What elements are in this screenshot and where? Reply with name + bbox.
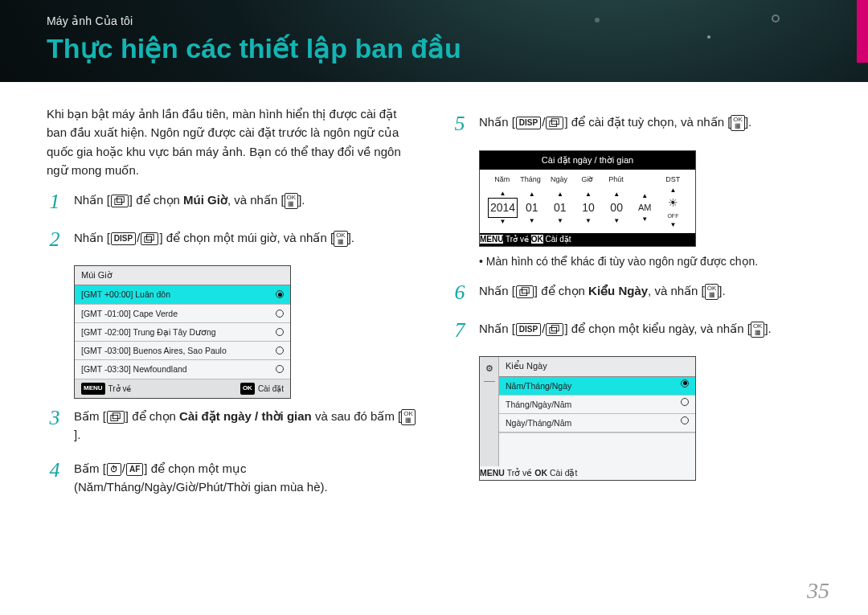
datetime-panel: Cài đặt ngày / thời gian Năm Tháng Ngày … [479, 150, 696, 247]
panel-back[interactable]: MENU Trở về [480, 235, 529, 244]
panel-confirm[interactable]: OK Cài đặt [534, 468, 577, 478]
datetype-row[interactable]: Tháng/Ngày/Năm [499, 396, 695, 414]
radio-selected[interactable] [276, 290, 284, 298]
svg-rect-9 [522, 288, 529, 293]
arrow-up-icon[interactable]: ▲ [500, 191, 506, 197]
radio[interactable] [681, 416, 689, 424]
panel-back[interactable]: MENU Trở về [81, 383, 131, 396]
step-number: 1 [47, 191, 63, 214]
dt-label-dst: DST [659, 174, 687, 186]
dt-label-hour: Giờ [573, 174, 601, 186]
step-6-text: Nhấn [ [479, 284, 515, 297]
step-5-text: ] để cài đặt tuỳ chọn, và nhấn [ [564, 115, 731, 129]
arrow-down-icon[interactable]: ▼ [585, 218, 592, 224]
step-1-text: ] để chọn [129, 193, 183, 207]
ok-key: OK▦ [334, 231, 348, 247]
datetype-sidebar: ⚙ [480, 357, 499, 466]
svg-rect-10 [550, 327, 557, 333]
arrow-down-icon[interactable]: ▼ [500, 219, 506, 225]
dt-minute[interactable]: 00 [608, 199, 624, 218]
step-3-text: Bấm [ [74, 409, 106, 423]
arrow-up-icon[interactable]: ▲ [641, 193, 648, 199]
step-number: 6 [452, 281, 468, 305]
datetype-row[interactable]: Ngày/Tháng/Năm [499, 414, 695, 433]
burst-icon [141, 232, 158, 245]
arrow-down-icon[interactable]: ▼ [669, 222, 676, 228]
datetype-label: Năm/Tháng/Ngày [506, 379, 571, 392]
svg-rect-3 [147, 234, 154, 240]
dt-hour[interactable]: 10 [580, 199, 596, 218]
burst-icon [546, 117, 563, 129]
deco-dot [707, 35, 710, 39]
arrow-up-icon[interactable]: ▲ [669, 187, 676, 194]
right-column: 5 Nhấn [DISP/] để cài đặt tuỳ chọn, và n… [452, 105, 821, 601]
datetype-row[interactable]: Năm/Tháng/Ngày [499, 377, 695, 396]
timezone-label: [GMT -03:00] Buenos Aires, Sao Paulo [81, 344, 227, 357]
ok-key: OK▦ [731, 115, 745, 131]
timezone-panel: Múi Giờ [GMT +00:00] Luân đôn [GMT -01:0… [74, 265, 291, 399]
arrow-down-icon[interactable]: ▼ [557, 218, 563, 224]
step-2: 2 Nhấn [DISP/] để chọn một múi giờ, và n… [47, 228, 416, 252]
radio[interactable] [276, 346, 284, 355]
svg-rect-7 [552, 119, 559, 125]
panel-back[interactable]: MENU Trở về [480, 468, 532, 478]
burst-icon [516, 285, 534, 298]
arrow-up-icon[interactable]: ▲ [585, 191, 592, 198]
radio[interactable] [276, 328, 284, 336]
svg-rect-4 [111, 415, 118, 420]
radio[interactable] [681, 398, 689, 406]
arrow-down-icon[interactable]: ▼ [529, 218, 535, 224]
dt-label-blank [630, 174, 658, 186]
step-2-text: ]. [348, 231, 354, 244]
timezone-row[interactable]: [GMT +00:00] Luân đôn [75, 285, 290, 304]
step-1-text: , và nhấn [ [227, 193, 285, 207]
step-number: 3 [47, 407, 63, 445]
svg-rect-0 [115, 199, 122, 204]
timezone-row[interactable]: [GMT -03:00] Buenos Aires, Sao Paulo [75, 342, 290, 360]
timezone-label: [GMT +00:00] Luân đôn [81, 288, 170, 301]
arrow-up-icon[interactable]: ▲ [613, 191, 620, 198]
radio-selected[interactable] [681, 379, 689, 387]
accent-bar [857, 0, 868, 63]
left-column: Khi bạn bật máy ảnh lần đầu tiên, màn hì… [47, 105, 416, 601]
dt-month[interactable]: 01 [524, 199, 540, 218]
arrow-up-icon[interactable]: ▲ [557, 191, 563, 198]
disp-key: DISP [516, 323, 541, 336]
dt-ampm[interactable]: AM [637, 200, 653, 215]
timezone-row[interactable]: [GMT -02:00] Trung Đại Tây Dương [75, 323, 290, 342]
step-5-text: Nhấn [ [479, 115, 515, 129]
dt-dst: OFF [667, 212, 678, 221]
svg-rect-8 [520, 290, 527, 296]
svg-rect-1 [117, 197, 124, 203]
burst-icon [546, 323, 563, 336]
timezone-row[interactable]: [GMT -01:00] Cape Verde [75, 305, 290, 323]
deco-ring [772, 14, 780, 23]
arrow-up-icon[interactable]: ▲ [529, 191, 535, 198]
timezone-label: [GMT -01:00] Cape Verde [81, 307, 178, 320]
datetype-title: Kiểu Ngày [499, 357, 695, 376]
page-title: Thực hiện các thiết lập ban đầu [47, 32, 868, 64]
panel-confirm[interactable]: OK Cài đặt [531, 235, 571, 244]
radio[interactable] [276, 365, 284, 373]
arrow-down-icon[interactable]: ▼ [613, 218, 620, 224]
sun-icon[interactable]: ☀ [668, 195, 678, 212]
panel-confirm[interactable]: OK Cài đặt [240, 383, 284, 396]
ok-key: OK▦ [751, 322, 765, 338]
step-number: 2 [47, 228, 63, 252]
radio[interactable] [276, 310, 284, 318]
timezone-row[interactable]: [GMT -03:30] Newfoundland [75, 360, 290, 379]
dt-day[interactable]: 01 [552, 199, 568, 218]
gear-icon[interactable]: ⚙ [485, 362, 493, 375]
dt-year[interactable]: 2014 [488, 198, 518, 219]
timezone-label: [GMT -02:00] Trung Đại Tây Dương [81, 326, 216, 338]
dt-label-minute: Phút [602, 174, 630, 186]
step-3-bold: Cài đặt ngày / thời gian [179, 409, 312, 423]
step-6-text: ]. [719, 284, 725, 297]
page-number: 35 [807, 578, 829, 604]
step-5: 5 Nhấn [DISP/] để cài đặt tuỳ chọn, và n… [452, 113, 821, 136]
blank-area [499, 433, 695, 466]
timezone-label: [GMT -03:30] Newfoundland [81, 363, 187, 375]
datetime-panel-title: Cài đặt ngày / thời gian [480, 151, 695, 170]
arrow-down-icon[interactable]: ▼ [641, 216, 648, 223]
intro-text: Khi bạn bật máy ảnh lần đầu tiên, màn hì… [47, 105, 416, 179]
